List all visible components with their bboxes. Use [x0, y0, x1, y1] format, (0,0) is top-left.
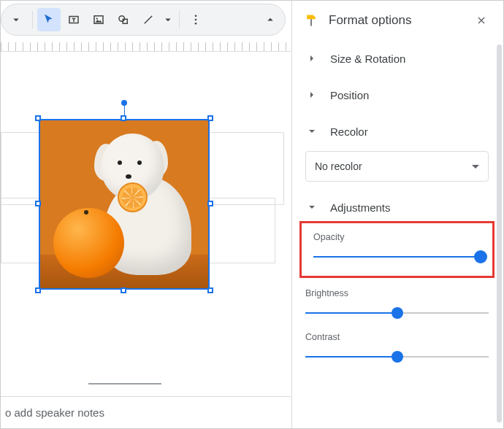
svg-point-6 [195, 19, 197, 21]
resize-handle[interactable] [35, 201, 41, 206]
slider-thumb[interactable] [474, 250, 487, 263]
section-size-rotation[interactable]: Size & Rotation [292, 40, 503, 77]
section-position[interactable]: Position [292, 77, 503, 113]
svg-point-7 [195, 23, 197, 25]
svg-point-5 [195, 15, 197, 17]
format-options-panel: Format options Size & Rotation Position … [291, 1, 503, 428]
chevron-right-icon [305, 88, 318, 101]
toolbar [1, 4, 286, 36]
slide-canvas[interactable] [1, 52, 291, 428]
rotation-handle[interactable] [121, 100, 127, 106]
toolbar-separator [179, 11, 180, 28]
resize-handle[interactable] [121, 287, 126, 293]
close-panel-button[interactable] [471, 10, 492, 31]
slider-label: Brightness [305, 288, 489, 298]
recolor-dropdown[interactable]: No recolor [305, 151, 489, 182]
image-tool[interactable] [87, 8, 110, 31]
line-tool[interactable] [137, 8, 160, 31]
slider-thumb[interactable] [392, 307, 403, 319]
panel-title: Format options [329, 13, 461, 28]
collapse-toolbar-icon[interactable] [259, 8, 282, 31]
opacity-slider[interactable]: Opacity [308, 228, 486, 266]
shape-tool[interactable] [112, 8, 135, 31]
tutorial-highlight: Opacity [299, 221, 495, 278]
more-tools-icon[interactable] [184, 8, 207, 31]
chevron-down-icon [305, 201, 318, 214]
speaker-notes-placeholder: o add speaker notes [5, 406, 104, 419]
toolbar-dropdown-caret[interactable] [4, 8, 28, 31]
dropdown-selected-value: No recolor [315, 161, 362, 172]
resize-handle[interactable] [207, 201, 213, 206]
section-recolor[interactable]: Recolor [292, 113, 503, 141]
slider-label: Contrast [305, 332, 489, 342]
editor-canvas-area: o add speaker notes [1, 1, 291, 428]
resize-handle[interactable] [35, 287, 41, 293]
selected-image[interactable] [39, 119, 210, 290]
resize-handle[interactable] [207, 115, 213, 121]
section-label: Adjustments [330, 201, 391, 214]
slider-thumb[interactable] [392, 351, 403, 363]
resize-handle[interactable] [35, 115, 41, 121]
format-options-icon [304, 13, 318, 28]
section-label: Size & Rotation [330, 53, 405, 65]
slider-label: Opacity [313, 232, 481, 242]
chevron-right-icon [305, 52, 318, 65]
resize-handle[interactable] [207, 287, 213, 293]
dropdown-caret-icon [472, 165, 479, 169]
speaker-notes-input[interactable]: o add speaker notes [1, 396, 291, 428]
brightness-slider[interactable]: Brightness [292, 284, 503, 322]
section-label: Position [330, 89, 369, 101]
section-adjustments[interactable]: Adjustments [292, 182, 503, 218]
section-label: Recolor [330, 125, 368, 138]
resize-handle[interactable] [121, 115, 126, 121]
chevron-down-icon [305, 125, 318, 138]
select-tool[interactable] [37, 8, 61, 31]
horizontal-ruler [1, 39, 291, 52]
notes-divider [88, 383, 161, 384]
line-tool-dropdown[interactable] [161, 8, 175, 31]
contrast-slider[interactable]: Contrast [292, 322, 503, 366]
textbox-tool[interactable] [62, 8, 85, 31]
toolbar-separator [32, 11, 33, 28]
image-content [39, 119, 210, 290]
svg-point-2 [96, 18, 98, 19]
panel-header: Format options [292, 1, 503, 40]
panel-scrollbar[interactable] [497, 45, 502, 422]
